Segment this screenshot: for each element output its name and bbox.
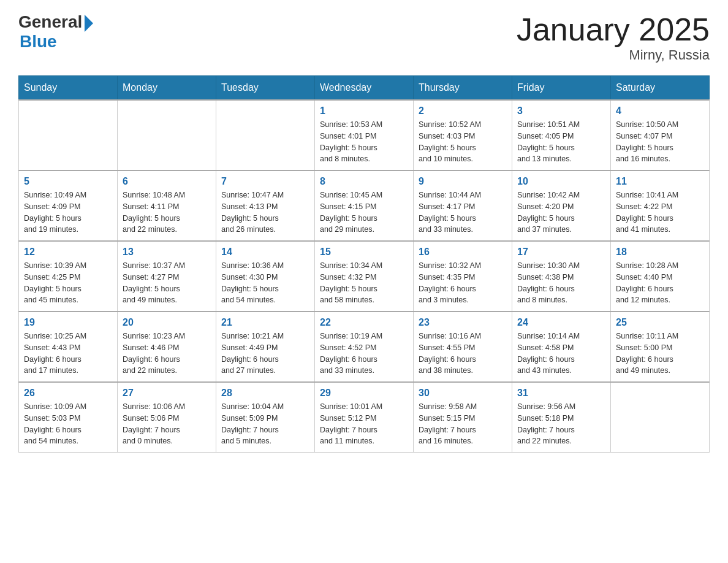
calendar-cell: 16Sunrise: 10:32 AM Sunset: 4:35 PM Dayl… [414, 241, 512, 312]
logo-arrow-icon [85, 15, 93, 32]
day-info: Sunrise: 10:36 AM Sunset: 4:30 PM Daylig… [221, 260, 309, 306]
day-info: Sunrise: 10:28 AM Sunset: 4:40 PM Daylig… [616, 260, 704, 306]
day-info: Sunrise: 10:42 AM Sunset: 4:20 PM Daylig… [517, 190, 605, 236]
weekday-header-monday: Monday [118, 76, 216, 101]
day-info: Sunrise: 10:25 AM Sunset: 4:43 PM Daylig… [24, 331, 112, 377]
day-info: Sunrise: 9:58 AM Sunset: 5:15 PM Dayligh… [419, 401, 507, 447]
day-number: 12 [24, 247, 112, 258]
calendar-cell: 22Sunrise: 10:19 AM Sunset: 4:52 PM Dayl… [315, 312, 414, 382]
calendar-cell: 4Sunrise: 10:50 AM Sunset: 4:07 PM Dayli… [611, 100, 710, 170]
logo-blue-text: Blue [20, 32, 57, 52]
day-number: 25 [616, 317, 704, 328]
day-info: Sunrise: 10:45 AM Sunset: 4:15 PM Daylig… [320, 190, 408, 236]
calendar-cell: 26Sunrise: 10:09 AM Sunset: 5:03 PM Dayl… [19, 382, 118, 453]
page-header: General Blue January 2025 Mirny, Russia [18, 12, 710, 63]
day-info: Sunrise: 10:32 AM Sunset: 4:35 PM Daylig… [419, 260, 507, 306]
day-number: 1 [320, 105, 408, 117]
calendar-cell: 5Sunrise: 10:49 AM Sunset: 4:09 PM Dayli… [19, 170, 118, 241]
day-info: Sunrise: 10:23 AM Sunset: 4:46 PM Daylig… [123, 331, 211, 377]
week-row-1: 1Sunrise: 10:53 AM Sunset: 4:01 PM Dayli… [19, 100, 710, 170]
day-number: 9 [419, 176, 507, 187]
day-number: 28 [221, 388, 309, 399]
day-info: Sunrise: 10:11 AM Sunset: 5:00 PM Daylig… [616, 331, 704, 377]
calendar-cell: 9Sunrise: 10:44 AM Sunset: 4:17 PM Dayli… [414, 170, 512, 241]
week-row-3: 12Sunrise: 10:39 AM Sunset: 4:25 PM Dayl… [19, 241, 710, 312]
title-block: January 2025 Mirny, Russia [517, 12, 710, 63]
calendar-cell: 21Sunrise: 10:21 AM Sunset: 4:49 PM Dayl… [216, 312, 315, 382]
weekday-header-wednesday: Wednesday [315, 76, 414, 101]
calendar-cell: 1Sunrise: 10:53 AM Sunset: 4:01 PM Dayli… [315, 100, 414, 170]
weekday-header-tuesday: Tuesday [216, 76, 315, 101]
calendar-cell [19, 100, 118, 170]
calendar-cell: 30Sunrise: 9:58 AM Sunset: 5:15 PM Dayli… [414, 382, 512, 453]
day-info: Sunrise: 10:04 AM Sunset: 5:09 PM Daylig… [221, 401, 309, 447]
day-number: 2 [419, 105, 507, 117]
calendar-title: January 2025 [517, 12, 710, 47]
calendar-cell: 3Sunrise: 10:51 AM Sunset: 4:05 PM Dayli… [512, 100, 611, 170]
week-row-5: 26Sunrise: 10:09 AM Sunset: 5:03 PM Dayl… [19, 382, 710, 453]
calendar-cell: 31Sunrise: 9:56 AM Sunset: 5:18 PM Dayli… [512, 382, 611, 453]
day-number: 14 [221, 247, 309, 258]
calendar-cell: 19Sunrise: 10:25 AM Sunset: 4:43 PM Dayl… [19, 312, 118, 382]
day-number: 5 [24, 176, 112, 187]
weekday-header-friday: Friday [512, 76, 611, 101]
day-info: Sunrise: 10:51 AM Sunset: 4:05 PM Daylig… [517, 119, 605, 165]
calendar-body: 1Sunrise: 10:53 AM Sunset: 4:01 PM Dayli… [19, 100, 710, 453]
day-number: 15 [320, 247, 408, 258]
day-number: 24 [517, 317, 605, 328]
day-number: 23 [419, 317, 507, 328]
day-info: Sunrise: 10:37 AM Sunset: 4:27 PM Daylig… [123, 260, 211, 306]
day-number: 10 [517, 176, 605, 187]
day-info: Sunrise: 10:50 AM Sunset: 4:07 PM Daylig… [616, 119, 704, 165]
calendar-subtitle: Mirny, Russia [517, 47, 710, 63]
weekday-header-thursday: Thursday [414, 76, 512, 101]
day-number: 4 [616, 105, 704, 117]
day-info: Sunrise: 10:48 AM Sunset: 4:11 PM Daylig… [123, 190, 211, 236]
day-info: Sunrise: 10:16 AM Sunset: 4:55 PM Daylig… [419, 331, 507, 377]
week-row-2: 5Sunrise: 10:49 AM Sunset: 4:09 PM Dayli… [19, 170, 710, 241]
day-info: Sunrise: 10:52 AM Sunset: 4:03 PM Daylig… [419, 119, 507, 165]
day-number: 3 [517, 105, 605, 117]
day-info: Sunrise: 10:06 AM Sunset: 5:06 PM Daylig… [123, 401, 211, 447]
calendar-cell: 25Sunrise: 10:11 AM Sunset: 5:00 PM Dayl… [611, 312, 710, 382]
calendar-cell: 23Sunrise: 10:16 AM Sunset: 4:55 PM Dayl… [414, 312, 512, 382]
day-number: 31 [517, 388, 605, 399]
calendar-cell: 13Sunrise: 10:37 AM Sunset: 4:27 PM Dayl… [118, 241, 216, 312]
day-number: 18 [616, 247, 704, 258]
calendar-cell: 18Sunrise: 10:28 AM Sunset: 4:40 PM Dayl… [611, 241, 710, 312]
calendar-cell: 11Sunrise: 10:41 AM Sunset: 4:22 PM Dayl… [611, 170, 710, 241]
calendar-cell: 27Sunrise: 10:06 AM Sunset: 5:06 PM Dayl… [118, 382, 216, 453]
day-number: 16 [419, 247, 507, 258]
day-info: Sunrise: 10:19 AM Sunset: 4:52 PM Daylig… [320, 331, 408, 377]
calendar-cell: 14Sunrise: 10:36 AM Sunset: 4:30 PM Dayl… [216, 241, 315, 312]
day-number: 6 [123, 176, 211, 187]
day-info: Sunrise: 10:47 AM Sunset: 4:13 PM Daylig… [221, 190, 309, 236]
day-info: Sunrise: 10:41 AM Sunset: 4:22 PM Daylig… [616, 190, 704, 236]
calendar-cell: 24Sunrise: 10:14 AM Sunset: 4:58 PM Dayl… [512, 312, 611, 382]
logo-general-text: General [18, 12, 82, 32]
calendar-cell: 15Sunrise: 10:34 AM Sunset: 4:32 PM Dayl… [315, 241, 414, 312]
day-info: Sunrise: 10:30 AM Sunset: 4:38 PM Daylig… [517, 260, 605, 306]
calendar-table: SundayMondayTuesdayWednesdayThursdayFrid… [18, 75, 710, 453]
day-number: 19 [24, 317, 112, 328]
weekday-header-saturday: Saturday [611, 76, 710, 101]
calendar-cell: 12Sunrise: 10:39 AM Sunset: 4:25 PM Dayl… [19, 241, 118, 312]
day-info: Sunrise: 10:01 AM Sunset: 5:12 PM Daylig… [320, 401, 408, 447]
calendar-cell: 2Sunrise: 10:52 AM Sunset: 4:03 PM Dayli… [414, 100, 512, 170]
week-row-4: 19Sunrise: 10:25 AM Sunset: 4:43 PM Dayl… [19, 312, 710, 382]
calendar-cell: 28Sunrise: 10:04 AM Sunset: 5:09 PM Dayl… [216, 382, 315, 453]
day-number: 13 [123, 247, 211, 258]
calendar-cell: 10Sunrise: 10:42 AM Sunset: 4:20 PM Dayl… [512, 170, 611, 241]
day-number: 27 [123, 388, 211, 399]
calendar-cell [216, 100, 315, 170]
weekday-header-sunday: Sunday [19, 76, 118, 101]
day-number: 29 [320, 388, 408, 399]
day-number: 11 [616, 176, 704, 187]
calendar-cell [611, 382, 710, 453]
day-number: 22 [320, 317, 408, 328]
calendar-cell: 6Sunrise: 10:48 AM Sunset: 4:11 PM Dayli… [118, 170, 216, 241]
day-number: 26 [24, 388, 112, 399]
day-number: 8 [320, 176, 408, 187]
day-info: Sunrise: 10:39 AM Sunset: 4:25 PM Daylig… [24, 260, 112, 306]
day-info: Sunrise: 10:49 AM Sunset: 4:09 PM Daylig… [24, 190, 112, 236]
